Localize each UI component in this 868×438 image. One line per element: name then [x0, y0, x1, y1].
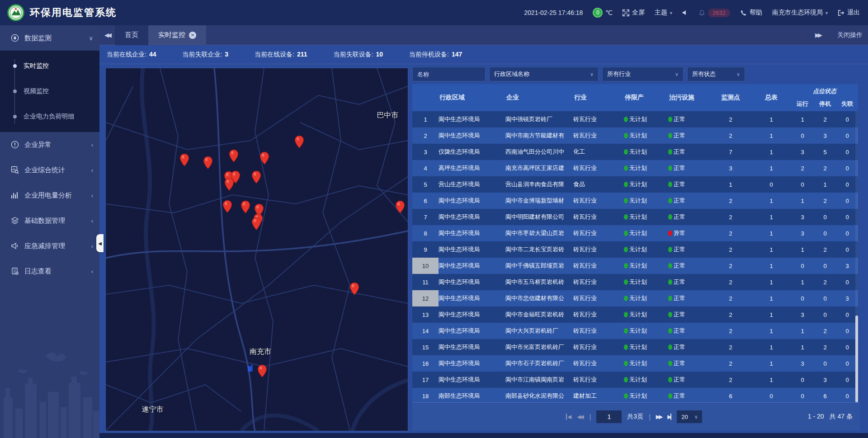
map-pin-icon[interactable] — [395, 201, 405, 214]
tabs-scroll-left-button[interactable]: ◀◀ — [99, 32, 115, 38]
theme-dropdown[interactable]: 主题 ▾ — [655, 9, 672, 17]
row-meter-cell: 1 — [751, 344, 791, 351]
sidebar-item-data-monitor[interactable]: 数据监测 ∨ — [0, 25, 99, 51]
table-row[interactable]: 4 高坪生态环境局 南充市高坪区王家店建 砖瓦行业 无计划 正常 3 1 2 2… — [412, 160, 858, 176]
row-facility-cell: 正常 — [668, 245, 710, 254]
sidebar-item-power-analysis[interactable]: 企业用电量分析 ‹ — [0, 183, 99, 208]
row-company-cell: 阆中市忠信建材有限公 — [505, 294, 573, 302]
prev-page-button[interactable]: ◀◀ — [577, 414, 584, 420]
sidebar-item-video-monitor[interactable]: 视频监控 — [0, 79, 99, 104]
limit-status-dot — [624, 214, 628, 220]
limit-status-dot — [624, 198, 628, 203]
org-dropdown[interactable]: 南充市生态环境局 ▾ — [772, 9, 828, 17]
sidebar-item-power-load-detail[interactable]: 企业电力负荷明细 — [0, 104, 99, 129]
help-button[interactable]: 帮助 — [740, 9, 762, 17]
table-row[interactable]: 10 阆中生态环境局 阆中千佛镇五郎垭页岩 砖瓦行业 无计划 正常 2 1 0 … — [412, 258, 858, 274]
col-header-run: 运行 — [791, 96, 814, 111]
table-row[interactable]: 2 阆中生态环境局 阆中市南方节能建材有 砖瓦行业 无计划 正常 2 1 0 3… — [412, 127, 858, 144]
sidebar-collapse-handle[interactable]: ◀ — [96, 234, 104, 252]
map-pin-icon[interactable] — [203, 156, 213, 169]
map-pin-icon[interactable] — [224, 178, 234, 191]
facility-status-dot — [668, 393, 672, 399]
table-scrollbar-track[interactable] — [855, 111, 858, 402]
last-page-button[interactable]: ▶ — [667, 414, 671, 420]
page-number-input[interactable] — [596, 410, 622, 423]
sidebar-item-label: 应急减排管理 — [24, 242, 91, 250]
notifications[interactable]: 2632 — [698, 9, 730, 17]
row-run-cell: 0 — [791, 263, 814, 269]
facility-status-dot — [668, 231, 672, 236]
table-row[interactable]: 8 阆中生态环境局 阆中市枣碧大梁山页岩 砖瓦行业 无计划 异常 2 1 3 0… — [412, 225, 858, 241]
row-run-cell: 3 — [791, 149, 814, 155]
table-row[interactable]: 7 阆中生态环境局 阆中明阳建材有限公司 砖瓦行业 无计划 正常 2 1 3 0… — [412, 209, 858, 225]
speaker-muted-icon[interactable] — [682, 9, 689, 16]
map-pin-icon[interactable] — [222, 200, 232, 213]
sidebar-item-realtime-monitor[interactable]: 实时监控 — [0, 53, 99, 79]
region-filter-select[interactable]: 行政区域名称 ∨ — [489, 67, 599, 81]
next-page-button[interactable]: ▶▶ — [656, 414, 663, 420]
row-industry-cell: 化工 — [573, 148, 624, 156]
row-stop-cell: 0 — [814, 360, 836, 367]
table-row[interactable]: 12 阆中生态环境局 阆中市忠信建材有限公 砖瓦行业 无计划 正常 2 1 0 … — [412, 290, 858, 306]
table-row[interactable]: 9 阆中生态环境局 阆中市二龙长宝页岩砖 砖瓦行业 无计划 正常 2 1 1 2… — [412, 241, 858, 258]
tab-home[interactable]: 首页 — [115, 25, 148, 45]
sidebar-item-base-data[interactable]: 基础数据管理 ‹ — [0, 208, 99, 233]
table-scrollbar-thumb[interactable] — [855, 316, 858, 402]
status-filter-select[interactable]: 所有状态 ∨ — [687, 67, 745, 81]
first-page-button[interactable]: ◀ — [566, 414, 571, 420]
row-run-cell: 3 — [791, 360, 814, 367]
map-pin-icon[interactable] — [349, 282, 359, 295]
row-facility-cell: 正常 — [668, 180, 710, 188]
row-industry-cell: 砖瓦行业 — [573, 311, 624, 319]
sidebar-item-emergency-reduction[interactable]: 应急减排管理 ‹ — [0, 233, 99, 259]
map-pin-icon[interactable] — [259, 151, 269, 165]
map-pin-icon[interactable] — [241, 201, 250, 214]
table-row[interactable]: 5 营山生态环境局 营山县润丰肉食品有限 食品 无计划 正常 1 0 0 1 0 — [412, 176, 858, 193]
table-row[interactable]: 16 阆中生态环境局 阆中市石子页岩机砖厂 砖瓦行业 无计划 正常 2 1 3 … — [412, 355, 858, 372]
limit-status-dot — [624, 149, 628, 155]
row-meter-cell: 1 — [751, 295, 791, 302]
sidebar-item-company-abnormal[interactable]: 企业异常 ‹ — [0, 132, 99, 157]
table-row[interactable]: 14 阆中生态环境局 阆中大兴页岩机砖厂 砖瓦行业 无计划 正常 2 1 1 2… — [412, 323, 858, 339]
table-row[interactable]: 15 阆中生态环境局 阆中市光富页岩机砖厂 砖瓦行业 无计划 正常 2 1 1 … — [412, 339, 858, 355]
logout-label: 退出 — [847, 9, 860, 17]
table-row[interactable]: 17 阆中生态环境局 阆中市江南镇阆南页岩 砖瓦行业 无计划 正常 2 1 0 … — [412, 372, 858, 388]
sidebar-item-log-view[interactable]: 日志查看 ‹ — [0, 259, 99, 284]
tab-realtime-monitor[interactable]: 实时监控 ✕ — [148, 25, 206, 45]
table-row[interactable]: 18 南部生态环境局 南部县砂化水泥有限公 建材加工 无计划 正常 6 0 0 … — [412, 388, 858, 402]
map-pin-icon[interactable] — [294, 135, 304, 148]
bullet-dot-icon — [13, 64, 17, 68]
sidebar-item-company-statistics[interactable]: 企业综合统计 ‹ — [0, 157, 99, 183]
table-row[interactable]: 13 阆中生态环境局 阆中市金福旺页岩机砖 砖瓦行业 无计划 正常 2 1 3 … — [412, 306, 858, 323]
row-run-cell: 1 — [791, 328, 814, 334]
row-run-cell: 1 — [791, 116, 814, 123]
name-filter-input[interactable] — [412, 67, 486, 81]
col-header-lost: 失联 — [836, 96, 858, 111]
table-row[interactable]: 3 仪陇生态环境局 西南油气田分公司川中 化工 无计划 正常 7 1 3 5 0 — [412, 144, 858, 160]
close-tab-icon[interactable]: ✕ — [189, 32, 196, 39]
map-pin-icon[interactable] — [251, 170, 261, 184]
fullscreen-button[interactable]: 全屏 — [623, 9, 645, 17]
row-facility-cell: 正常 — [668, 262, 710, 270]
facility-status-dot — [668, 214, 672, 220]
phone-icon — [740, 9, 747, 16]
table-row[interactable]: 1 阆中生态环境局 阆中强锐页岩砖厂 砖瓦行业 无计划 正常 2 1 1 2 0 — [412, 111, 858, 127]
map-pin-icon[interactable] — [257, 364, 267, 377]
page-size-select[interactable]: 20 ∨ — [677, 410, 702, 423]
industry-filter-select[interactable]: 所有行业 ∨ — [602, 67, 684, 81]
map-panel[interactable]: 巴中市 南充市 遂宁市 — [105, 68, 408, 431]
table-row[interactable]: 6 阆中生态环境局 阆中市金博瑞新型墙材 砖瓦行业 无计划 正常 2 1 1 2… — [412, 193, 858, 209]
col-header-limit: 停限产 — [624, 84, 668, 111]
chevron-left-icon: ‹ — [91, 217, 93, 224]
map-pin-icon[interactable] — [229, 149, 239, 162]
tabs-scroll-right-button[interactable]: ▶▶ — [810, 32, 826, 38]
cluster-marker-icon[interactable] — [246, 363, 254, 372]
close-operations-button[interactable]: 关闭操作 — [837, 31, 863, 39]
map-pin-icon[interactable] — [251, 217, 261, 230]
limit-status-dot — [624, 247, 628, 252]
row-meter-cell: 1 — [751, 149, 791, 155]
map-pin-icon[interactable] — [179, 153, 189, 166]
row-limit-cell: 无计划 — [624, 115, 668, 123]
logout-button[interactable]: 退出 — [838, 9, 860, 17]
table-row[interactable]: 11 阆中生态环境局 阆中市五马桥页岩机砖 砖瓦行业 无计划 正常 2 1 1 … — [412, 274, 858, 290]
